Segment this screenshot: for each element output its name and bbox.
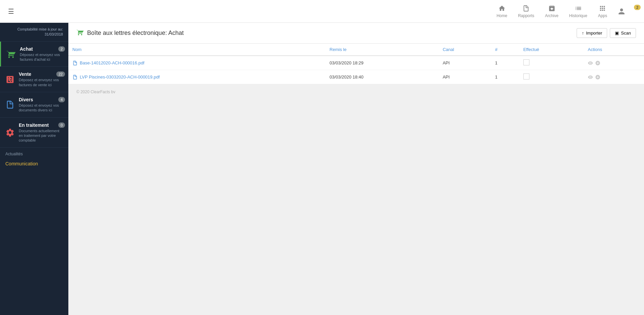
sidebar-section-achat: Achat Déposez et envoyez vos factures d'… bbox=[0, 42, 68, 67]
footer: © 2020 ClearFacts bv bbox=[68, 84, 644, 100]
page-header: Boîte aux lettres électronique: Achat ↑ … bbox=[68, 23, 644, 44]
achat-title: Achat bbox=[20, 46, 64, 52]
divers-badge: 4 bbox=[58, 97, 65, 102]
page-title-area: Boîte aux lettres électronique: Achat bbox=[76, 29, 184, 38]
en-traitement-desc: Documents actuellement en traitement par… bbox=[19, 128, 64, 143]
nav-historique-label: Historique bbox=[569, 13, 587, 18]
nav-rapports[interactable]: Rapports bbox=[518, 5, 534, 18]
row2-nom: LVP Piscines-03032020-ACH-000019.pdf bbox=[68, 70, 326, 84]
vente-badge: 22 bbox=[56, 71, 65, 77]
sidebar-item-vente[interactable]: Vente Déposez et envoyez vos factures de… bbox=[0, 67, 68, 92]
col-hash: # bbox=[491, 44, 519, 56]
en-traitement-content: En traitement Documents actuellement en … bbox=[19, 122, 64, 143]
main-layout: Comptabilité mise à jour au: 31/03/2018 … bbox=[0, 23, 644, 315]
page-cart-icon bbox=[76, 29, 84, 38]
content-area: Boîte aux lettres électronique: Achat ↑ … bbox=[68, 23, 644, 315]
row1-file-link[interactable]: Base-14012020-ACH-000016.pdf bbox=[72, 60, 322, 66]
col-actions: Actions bbox=[584, 44, 644, 56]
copyright-text: © 2020 ClearFacts bv bbox=[76, 90, 115, 94]
row1-action-icon1[interactable] bbox=[588, 60, 593, 66]
en-traitement-icon-container bbox=[4, 126, 16, 139]
nav-rapports-label: Rapports bbox=[518, 13, 534, 18]
header-buttons: ↑ Importer ▣ Scan bbox=[577, 28, 636, 38]
row2-checkbox[interactable] bbox=[523, 73, 529, 80]
achat-content: Achat Déposez et envoyez vos factures d'… bbox=[20, 46, 64, 62]
row1-actions bbox=[584, 56, 644, 70]
communication-label: Communication bbox=[5, 161, 38, 166]
accounting-date-label: Comptabilité mise à jour au: bbox=[5, 27, 63, 32]
sidebar-section-en-traitement: En traitement Documents actuellement en … bbox=[0, 118, 68, 148]
sidebar-item-divers[interactable]: Divers Déposez et envoyez vos documents … bbox=[0, 92, 68, 117]
nav-archive[interactable]: Archive bbox=[545, 5, 559, 18]
rapports-icon bbox=[522, 5, 530, 12]
scan-icon: ▣ bbox=[615, 31, 619, 36]
import-label: Importer bbox=[586, 31, 602, 36]
archive-icon bbox=[548, 5, 556, 12]
vente-icon-container bbox=[4, 73, 16, 86]
table-row: Base-14012020-ACH-000016.pdf 03/03/2020 … bbox=[68, 56, 644, 70]
table-row: LVP Piscines-03032020-ACH-000019.pdf 03/… bbox=[68, 70, 644, 84]
historique-icon bbox=[575, 5, 582, 12]
upload-icon: ↑ bbox=[582, 31, 584, 36]
row1-checkbox[interactable] bbox=[523, 59, 529, 65]
user-avatar[interactable] bbox=[618, 8, 625, 15]
row1-canal: API bbox=[439, 56, 491, 70]
page-content: Boîte aux lettres électronique: Achat ↑ … bbox=[68, 23, 644, 84]
nav-archive-label: Archive bbox=[545, 13, 559, 18]
sidebar-item-communication[interactable]: Communication 2 bbox=[0, 158, 68, 170]
calculator-icon bbox=[5, 75, 15, 84]
sidebar-section-vente: Vente Déposez et envoyez vos factures de… bbox=[0, 67, 68, 92]
row1-action-icons bbox=[588, 60, 640, 66]
gear-icon bbox=[5, 128, 15, 137]
divers-title: Divers bbox=[19, 97, 64, 102]
en-traitement-title: En traitement bbox=[19, 122, 64, 128]
page-title: Boîte aux lettres électronique: Achat bbox=[87, 30, 184, 37]
row2-file-link[interactable]: LVP Piscines-03032020-ACH-000019.pdf bbox=[72, 74, 322, 80]
row2-action-icon1[interactable] bbox=[588, 74, 593, 80]
col-effectue: Effectué bbox=[519, 44, 584, 56]
sidebar-item-achat[interactable]: Achat Déposez et envoyez vos factures d'… bbox=[0, 42, 68, 67]
nav-apps[interactable]: Apps bbox=[598, 5, 607, 18]
table-header: Nom Remis le Canal # Effectué Actions bbox=[68, 44, 644, 56]
row2-effectue bbox=[519, 70, 584, 84]
scan-button[interactable]: ▣ Scan bbox=[610, 28, 636, 38]
vente-desc: Déposez et envoyez vos factures de vente… bbox=[19, 77, 64, 87]
sidebar-actualites-header: Actualités bbox=[0, 148, 68, 158]
divers-content: Divers Déposez et envoyez vos documents … bbox=[19, 97, 64, 113]
import-button[interactable]: ↑ Importer bbox=[577, 28, 607, 38]
nav-home[interactable]: Home bbox=[497, 5, 507, 18]
en-traitement-badge: 0 bbox=[58, 122, 65, 128]
top-nav-right: Home Rapports Archive Historique Apps bbox=[497, 5, 625, 18]
user-icon bbox=[618, 8, 625, 15]
row2-canal: API bbox=[439, 70, 491, 84]
table-body: Base-14012020-ACH-000016.pdf 03/03/2020 … bbox=[68, 56, 644, 84]
sidebar: Comptabilité mise à jour au: 31/03/2018 … bbox=[0, 23, 68, 315]
achat-badge: 2 bbox=[58, 46, 65, 52]
apps-icon bbox=[599, 5, 606, 12]
documents-table: Nom Remis le Canal # Effectué Actions bbox=[68, 44, 644, 84]
nav-historique[interactable]: Historique bbox=[569, 5, 587, 18]
row1-remis-le: 03/03/2020 18:29 bbox=[326, 56, 439, 70]
row2-action-icon2[interactable] bbox=[595, 74, 600, 80]
row1-hash: 1 bbox=[491, 56, 519, 70]
row1-nom: Base-14012020-ACH-000016.pdf bbox=[68, 56, 326, 70]
row1-filename: Base-14012020-ACH-000016.pdf bbox=[80, 60, 144, 65]
home-icon bbox=[498, 5, 506, 12]
divers-icon-container bbox=[4, 99, 16, 111]
file-pdf-icon2 bbox=[72, 74, 78, 80]
nav-apps-label: Apps bbox=[598, 13, 607, 18]
nav-home-label: Home bbox=[497, 13, 507, 18]
row2-actions bbox=[584, 70, 644, 84]
achat-icon-container bbox=[5, 48, 17, 60]
scan-label: Scan bbox=[621, 31, 631, 36]
col-remis-le: Remis le bbox=[326, 44, 439, 56]
top-nav-left: ☰ bbox=[5, 5, 17, 18]
row1-action-icon2[interactable] bbox=[595, 60, 600, 66]
sidebar-item-en-traitement[interactable]: En traitement Documents actuellement en … bbox=[0, 118, 68, 148]
accounting-date-value: 31/03/2018 bbox=[5, 32, 63, 37]
top-nav: ☰ Home Rapports Archive Historique Apps bbox=[0, 0, 644, 23]
page-cart-svg bbox=[76, 29, 84, 36]
row2-remis-le: 03/03/2020 18:40 bbox=[326, 70, 439, 84]
hamburger-menu[interactable]: ☰ bbox=[5, 5, 17, 18]
row1-effectue bbox=[519, 56, 584, 70]
